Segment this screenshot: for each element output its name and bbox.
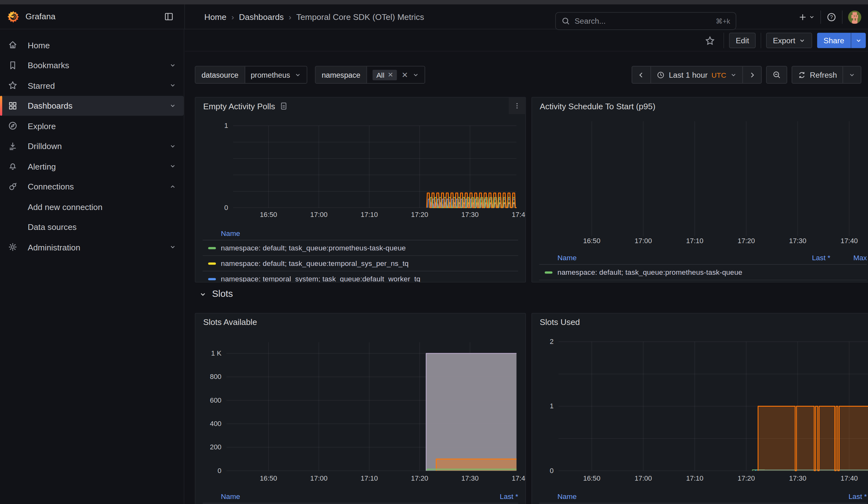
sidebar-item-bookmarks[interactable]: Bookmarks [0, 55, 184, 75]
favorite-star-button[interactable] [701, 32, 719, 48]
chevron-down-icon[interactable] [169, 163, 176, 169]
legend-header-last[interactable]: Last * [830, 492, 867, 501]
panel-header: Activity Schedule To Start (p95) [532, 97, 868, 114]
legend-header-max[interactable]: Max [830, 254, 867, 262]
legend-row[interactable]: namespace: default; task_queue:prometheu… [203, 240, 518, 256]
svg-text:0: 0 [224, 204, 228, 212]
clock-icon [657, 71, 665, 79]
legend-row[interactable]: namespace: default; task_queue:temporal_… [203, 256, 518, 271]
chevron-up-icon[interactable] [169, 183, 176, 190]
chevron-down-icon [798, 37, 805, 44]
panel-slots-used: Slots Used 16:5017:0017:1017:2017:3017:4… [531, 313, 868, 504]
refresh-interval-dropdown[interactable] [843, 66, 861, 83]
svg-text:17:40: 17:40 [512, 474, 526, 482]
sidebar-item-home[interactable]: Home [0, 35, 184, 55]
chevron-down-icon[interactable] [169, 82, 176, 89]
sidebar-item-label: Connections [28, 182, 74, 192]
legend-header-last[interactable]: Last * [482, 492, 518, 501]
sidebar-item-drilldown[interactable]: Drilldown [0, 136, 184, 156]
svg-text:17:40: 17:40 [840, 237, 858, 245]
panel-description-icon[interactable] [280, 102, 288, 110]
series-color-swatch [208, 262, 216, 264]
namespace-select[interactable]: All ✕ ✕ [367, 66, 425, 83]
sidebar-item-alerting[interactable]: Alerting [0, 156, 184, 176]
panel-legend: NameLast *namespace: default; task_queue… [539, 490, 867, 504]
remove-chip-icon[interactable]: ✕ [388, 71, 393, 79]
svg-text:17:20: 17:20 [411, 474, 428, 482]
chart-empty-activity-polls[interactable]: 16:5017:0017:1017:2017:3017:4010 [195, 114, 526, 225]
help-icon[interactable]: ? [826, 12, 836, 22]
legend-header-name[interactable]: Name [557, 254, 794, 262]
panel-title[interactable]: Empty Activity Polls [203, 101, 275, 111]
chevron-down-icon [849, 71, 855, 78]
sidebar-item-explore[interactable]: Explore [0, 116, 184, 136]
panel-activity-schedule-to-start: Activity Schedule To Start (p95) 16:5017… [531, 97, 868, 282]
namespace-chip-all[interactable]: All ✕ [372, 70, 397, 80]
dock-sidebar-toggle-icon[interactable] [164, 12, 174, 22]
export-button[interactable]: Export [766, 32, 812, 48]
share-dropdown-button[interactable] [851, 32, 866, 48]
search-box[interactable]: ⌘+k [555, 12, 736, 30]
panel-title[interactable]: Slots Available [203, 317, 257, 327]
grafana-logo-icon[interactable] [7, 10, 20, 23]
user-avatar[interactable] [848, 10, 861, 23]
chart-activity-schedule-to-start[interactable]: 16:5017:0017:1017:2017:3017:40 [532, 114, 868, 247]
chevron-down-icon [199, 290, 206, 298]
breadcrumb-current-dashboard: Temporal Core SDK (OTel) Metrics [296, 12, 424, 22]
datasource-select[interactable]: prometheus [245, 66, 307, 83]
refresh-button[interactable]: Refresh [792, 66, 843, 83]
chart-slots-available[interactable]: 16:5017:0017:1017:2017:3017:401 K8006004… [195, 330, 526, 488]
legend-row[interactable]: namespace: temporal_system; task_queue:d… [203, 271, 518, 282]
chevron-down-icon[interactable] [169, 244, 176, 250]
breadcrumb-home[interactable]: Home [204, 12, 226, 22]
time-range-label: Last 1 hour [669, 70, 707, 79]
sidebar-item-administration[interactable]: Administration [0, 237, 184, 257]
dashboard-variables: datasource prometheus namespace All ✕ ✕ [195, 66, 425, 84]
chart-slots-used[interactable]: 16:5017:0017:1017:2017:3017:40210 [532, 330, 868, 488]
chevron-down-icon[interactable] [169, 62, 176, 69]
svg-text:16:50: 16:50 [583, 237, 600, 245]
time-controls: Last 1 hour UTC [632, 66, 861, 84]
svg-text:800: 800 [210, 373, 221, 381]
legend-header-last[interactable]: Last * [794, 254, 830, 262]
share-button-group: Share [817, 32, 866, 48]
series-name: namespace: default; task_queue:prometheu… [221, 244, 518, 252]
clear-selection-icon[interactable]: ✕ [402, 70, 408, 79]
panel-title[interactable]: Activity Schedule To Start (p95) [540, 101, 655, 111]
legend-header-name[interactable]: Name [221, 229, 518, 237]
chevron-down-icon [855, 37, 862, 44]
svg-text:17:20: 17:20 [738, 237, 755, 245]
panel-title[interactable]: Slots Used [540, 317, 580, 327]
legend-header-name[interactable]: Name [221, 492, 482, 501]
svg-text:1: 1 [224, 122, 228, 130]
sidebar-item-connections[interactable]: Connections [0, 176, 184, 197]
namespace-label: namespace [316, 66, 367, 83]
breadcrumb-dashboards[interactable]: Dashboards [239, 12, 284, 22]
svg-text:17:40: 17:40 [512, 211, 526, 219]
grafana-app: Grafana Home › Dashboards › Temporal Cor… [0, 0, 868, 504]
row-slots-toggle[interactable]: Slots [199, 289, 233, 300]
search-input[interactable] [575, 17, 711, 25]
edit-button[interactable]: Edit [729, 32, 756, 48]
legend-header-name[interactable]: Name [557, 492, 830, 501]
chevron-down-icon[interactable] [169, 143, 176, 150]
add-new-button[interactable] [798, 12, 815, 21]
datasource-variable: datasource prometheus [195, 66, 307, 84]
sidebar-item-add-new-connection[interactable]: Add new connection [0, 197, 184, 217]
time-zoom-out-button[interactable] [767, 66, 787, 83]
sidebar-item-starred[interactable]: Starred [0, 75, 184, 96]
time-range-picker[interactable]: Last 1 hour UTC [651, 66, 742, 83]
sidebar-item-data-sources[interactable]: Data sources [0, 217, 184, 237]
star-icon [8, 81, 18, 91]
sidebar-item-dashboards[interactable]: Dashboards [0, 96, 184, 116]
zoom-out-group [766, 66, 787, 84]
namespace-chip-label: All [376, 71, 384, 79]
chevron-down-icon[interactable] [169, 102, 176, 109]
time-shift-forward-button[interactable] [742, 66, 761, 83]
dashboard-toolbar: Edit Export Share [185, 29, 868, 51]
time-shift-back-button[interactable] [632, 66, 651, 83]
share-button[interactable]: Share [817, 32, 851, 48]
legend-row[interactable]: namespace: default; task_queue:prometheu… [539, 265, 867, 280]
sidebar-item-label: Home [28, 40, 50, 50]
panel-menu-button[interactable] [509, 97, 526, 114]
